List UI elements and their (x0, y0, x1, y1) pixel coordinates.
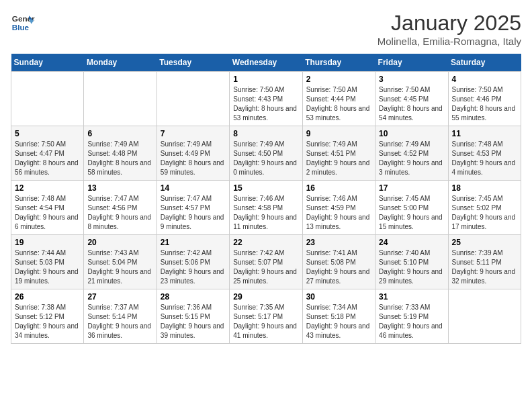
day-number: 26 (15, 292, 80, 302)
calendar-day-cell: 17Sunrise: 7:45 AMSunset: 5:00 PMDayligh… (375, 181, 448, 235)
day-number: 28 (161, 292, 226, 302)
day-number: 11 (452, 129, 517, 138)
day-info: Sunrise: 7:44 AMSunset: 5:03 PMDaylight:… (15, 248, 80, 286)
day-info: Sunrise: 7:40 AMSunset: 5:10 PMDaylight:… (379, 248, 444, 286)
calendar-day-cell: 27Sunrise: 7:37 AMSunset: 5:14 PMDayligh… (84, 289, 157, 344)
calendar-day-cell: 24Sunrise: 7:40 AMSunset: 5:10 PMDayligh… (375, 235, 448, 289)
day-number: 20 (87, 238, 152, 247)
day-info: Sunrise: 7:36 AMSunset: 5:15 PMDaylight:… (161, 303, 226, 340)
title-area: January 2025 Molinella, Emilia-Romagna, … (378, 11, 521, 47)
day-number: 25 (452, 238, 517, 247)
calendar-day-cell (11, 72, 84, 126)
day-number: 4 (452, 75, 517, 84)
day-info: Sunrise: 7:49 AMSunset: 4:51 PMDaylight:… (306, 140, 371, 177)
day-number: 21 (161, 238, 226, 247)
day-info: Sunrise: 7:43 AMSunset: 5:04 PMDaylight:… (87, 248, 152, 286)
calendar-day-cell: 31Sunrise: 7:33 AMSunset: 5:19 PMDayligh… (375, 289, 448, 344)
day-number: 3 (379, 75, 444, 84)
calendar-day-cell: 20Sunrise: 7:43 AMSunset: 5:04 PMDayligh… (84, 235, 157, 289)
day-info: Sunrise: 7:50 AMSunset: 4:45 PMDaylight:… (379, 85, 444, 123)
day-number: 23 (306, 238, 371, 247)
day-number: 10 (379, 129, 444, 138)
calendar-day-cell: 6Sunrise: 7:49 AMSunset: 4:48 PMDaylight… (84, 126, 157, 181)
calendar-day-cell: 15Sunrise: 7:46 AMSunset: 4:58 PMDayligh… (230, 181, 302, 235)
svg-text:Blue: Blue (12, 23, 30, 32)
calendar-day-cell: 2Sunrise: 7:50 AMSunset: 4:44 PMDaylight… (302, 72, 375, 126)
day-info: Sunrise: 7:49 AMSunset: 4:48 PMDaylight:… (87, 140, 152, 177)
logo: General Blue (11, 11, 35, 35)
calendar-day-cell (448, 289, 521, 344)
day-info: Sunrise: 7:48 AMSunset: 4:53 PMDaylight:… (452, 140, 517, 177)
day-info: Sunrise: 7:41 AMSunset: 5:08 PMDaylight:… (306, 248, 371, 286)
weekday-header-cell: Tuesday (157, 54, 229, 72)
calendar-day-cell: 23Sunrise: 7:41 AMSunset: 5:08 PMDayligh… (302, 235, 375, 289)
day-info: Sunrise: 7:35 AMSunset: 5:17 PMDaylight:… (233, 303, 298, 340)
location-title: Molinella, Emilia-Romagna, Italy (378, 36, 521, 47)
calendar-day-cell: 14Sunrise: 7:47 AMSunset: 4:57 PMDayligh… (157, 181, 229, 235)
calendar-week-row: 1Sunrise: 7:50 AMSunset: 4:43 PMDaylight… (11, 72, 521, 126)
day-info: Sunrise: 7:50 AMSunset: 4:46 PMDaylight:… (452, 85, 517, 123)
day-number: 18 (452, 183, 517, 193)
calendar-day-cell: 9Sunrise: 7:49 AMSunset: 4:51 PMDaylight… (302, 126, 375, 181)
weekday-header-cell: Thursday (302, 54, 375, 72)
calendar-week-row: 12Sunrise: 7:48 AMSunset: 4:54 PMDayligh… (11, 181, 521, 235)
calendar-day-cell: 22Sunrise: 7:42 AMSunset: 5:07 PMDayligh… (230, 235, 302, 289)
day-info: Sunrise: 7:48 AMSunset: 4:54 PMDaylight:… (15, 194, 80, 232)
day-number: 19 (15, 238, 80, 247)
weekday-header-cell: Sunday (11, 54, 84, 72)
day-number: 6 (87, 129, 152, 138)
day-info: Sunrise: 7:50 AMSunset: 4:44 PMDaylight:… (306, 85, 371, 123)
day-number: 5 (15, 129, 80, 138)
day-info: Sunrise: 7:42 AMSunset: 5:07 PMDaylight:… (233, 248, 298, 286)
calendar-week-row: 19Sunrise: 7:44 AMSunset: 5:03 PMDayligh… (11, 235, 521, 289)
calendar-week-row: 26Sunrise: 7:38 AMSunset: 5:12 PMDayligh… (11, 289, 521, 344)
calendar-table: SundayMondayTuesdayWednesdayThursdayFrid… (11, 54, 521, 344)
day-number: 7 (161, 129, 226, 138)
calendar-day-cell: 29Sunrise: 7:35 AMSunset: 5:17 PMDayligh… (230, 289, 302, 344)
calendar-day-cell: 26Sunrise: 7:38 AMSunset: 5:12 PMDayligh… (11, 289, 84, 344)
calendar-day-cell: 10Sunrise: 7:49 AMSunset: 4:52 PMDayligh… (375, 126, 448, 181)
calendar-day-cell (84, 72, 157, 126)
day-info: Sunrise: 7:45 AMSunset: 5:02 PMDaylight:… (452, 194, 517, 232)
day-info: Sunrise: 7:47 AMSunset: 4:57 PMDaylight:… (161, 194, 226, 232)
calendar-day-cell: 16Sunrise: 7:46 AMSunset: 4:59 PMDayligh… (302, 181, 375, 235)
month-title: January 2025 (378, 11, 521, 36)
calendar-day-cell: 3Sunrise: 7:50 AMSunset: 4:45 PMDaylight… (375, 72, 448, 126)
calendar-day-cell: 11Sunrise: 7:48 AMSunset: 4:53 PMDayligh… (448, 126, 521, 181)
day-info: Sunrise: 7:42 AMSunset: 5:06 PMDaylight:… (161, 248, 226, 286)
day-info: Sunrise: 7:49 AMSunset: 4:50 PMDaylight:… (233, 140, 298, 177)
day-info: Sunrise: 7:47 AMSunset: 4:56 PMDaylight:… (87, 194, 152, 232)
day-number: 29 (233, 292, 298, 302)
calendar-day-cell: 8Sunrise: 7:49 AMSunset: 4:50 PMDaylight… (230, 126, 302, 181)
weekday-header-cell: Saturday (448, 54, 521, 72)
day-number: 9 (306, 129, 371, 138)
calendar-day-cell: 7Sunrise: 7:49 AMSunset: 4:49 PMDaylight… (157, 126, 229, 181)
day-info: Sunrise: 7:49 AMSunset: 4:49 PMDaylight:… (161, 140, 226, 177)
calendar-day-cell: 21Sunrise: 7:42 AMSunset: 5:06 PMDayligh… (157, 235, 229, 289)
calendar-day-cell: 25Sunrise: 7:39 AMSunset: 5:11 PMDayligh… (448, 235, 521, 289)
calendar-week-row: 5Sunrise: 7:50 AMSunset: 4:47 PMDaylight… (11, 126, 521, 181)
day-number: 13 (87, 183, 152, 193)
calendar-day-cell: 28Sunrise: 7:36 AMSunset: 5:15 PMDayligh… (157, 289, 229, 344)
header: General Blue January 2025 Molinella, Emi… (11, 11, 521, 47)
day-info: Sunrise: 7:38 AMSunset: 5:12 PMDaylight:… (15, 303, 80, 340)
day-number: 8 (233, 129, 298, 138)
day-number: 16 (306, 183, 371, 193)
calendar-day-cell: 4Sunrise: 7:50 AMSunset: 4:46 PMDaylight… (448, 72, 521, 126)
calendar-day-cell: 18Sunrise: 7:45 AMSunset: 5:02 PMDayligh… (448, 181, 521, 235)
calendar-day-cell: 12Sunrise: 7:48 AMSunset: 4:54 PMDayligh… (11, 181, 84, 235)
day-number: 17 (379, 183, 444, 193)
day-number: 24 (379, 238, 444, 247)
day-number: 27 (87, 292, 152, 302)
calendar-day-cell: 19Sunrise: 7:44 AMSunset: 5:03 PMDayligh… (11, 235, 84, 289)
day-info: Sunrise: 7:50 AMSunset: 4:43 PMDaylight:… (233, 85, 298, 123)
day-info: Sunrise: 7:46 AMSunset: 4:59 PMDaylight:… (306, 194, 371, 232)
day-info: Sunrise: 7:45 AMSunset: 5:00 PMDaylight:… (379, 194, 444, 232)
calendar-day-cell (157, 72, 229, 126)
day-number: 30 (306, 292, 371, 302)
day-number: 31 (379, 292, 444, 302)
day-info: Sunrise: 7:49 AMSunset: 4:52 PMDaylight:… (379, 140, 444, 177)
day-info: Sunrise: 7:33 AMSunset: 5:19 PMDaylight:… (379, 303, 444, 340)
calendar-day-cell: 13Sunrise: 7:47 AMSunset: 4:56 PMDayligh… (84, 181, 157, 235)
day-number: 2 (306, 75, 371, 84)
